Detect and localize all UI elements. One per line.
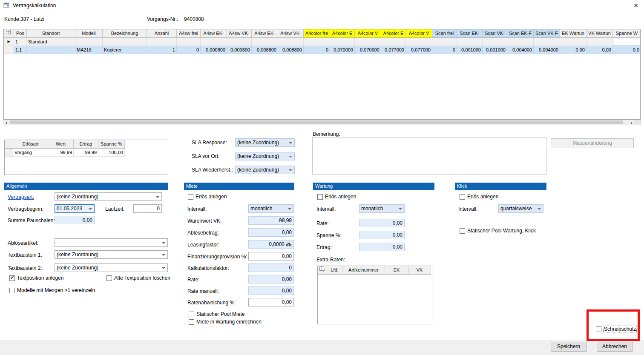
- grid-row[interactable]: ▶1Standard: [4, 38, 640, 46]
- column-header[interactable]: Scan EK-F: [507, 29, 534, 38]
- statischer-pool-wartung-klick-checkbox[interactable]: Statischer Pool Wartung, Klick: [460, 228, 536, 234]
- abloesebetrag-field[interactable]: 0,00: [248, 228, 294, 237]
- column-header[interactable]: A4color V: [355, 29, 381, 38]
- statischer-pool-miete-checkbox[interactable]: Statischer Pool Miete: [189, 311, 244, 317]
- laufzeit-field[interactable]: 0: [133, 204, 162, 213]
- leasingfaktor-field[interactable]: 0,0000: [248, 240, 294, 249]
- miete-in-wartung-checkbox[interactable]: Miete in Wartung einrechnen: [189, 319, 262, 325]
- klick-erloes-anlegen-checkbox[interactable]: Erlös anlegen: [460, 194, 498, 200]
- summe-pauschalen-field[interactable]: 0,00: [55, 216, 95, 224]
- column-header[interactable]: A4sw frei: [177, 29, 201, 38]
- column-header[interactable]: Scan frei: [432, 29, 457, 38]
- column-header[interactable]: Lfd.: [327, 266, 342, 275]
- grid-corner-cell[interactable]: [318, 266, 327, 275]
- checkbox-box: [596, 326, 601, 332]
- column-header[interactable]: A4sw EK-: [201, 29, 227, 38]
- column-header[interactable]: Scan EK-: [457, 29, 483, 38]
- vertragsart-combo[interactable]: (keine Zuordnung): [55, 192, 162, 201]
- miete-rate-field[interactable]: 0,00: [248, 275, 294, 283]
- speichern-button[interactable]: Speichern: [551, 342, 586, 352]
- column-header[interactable]: Scan VK-: [483, 29, 507, 38]
- grid-corner-cell[interactable]: [5, 140, 13, 149]
- grid-cell: 0,000800: [201, 46, 227, 54]
- scroll-left-icon[interactable]: [6, 121, 7, 125]
- column-header[interactable]: A4color fre: [304, 29, 330, 38]
- finanzierungsprovision-field[interactable]: 0,00: [248, 252, 294, 261]
- column-header[interactable]: Scan VK-F: [534, 29, 560, 38]
- column-header[interactable]: A4color E: [330, 29, 355, 38]
- chevron-down-icon: [162, 267, 165, 269]
- wartung-intervall-combo[interactable]: monatlich: [359, 204, 405, 213]
- scroll-right-icon[interactable]: [631, 121, 632, 125]
- massenaenderung-button[interactable]: Massenänderung: [551, 138, 634, 148]
- column-header[interactable]: A4color E: [381, 29, 406, 38]
- rate-manuell-label: Rate manuell:: [187, 288, 219, 294]
- checkbox-label: Textposition anlegen: [17, 275, 63, 281]
- grid-cell: [27, 46, 75, 54]
- footer-bar: [0, 340, 644, 355]
- erloes-table[interactable]: ErlösartWertErtragSpanne %Vorgang99,9999…: [5, 140, 168, 157]
- warenwert-vk-field[interactable]: 99,99: [248, 216, 294, 225]
- column-header[interactable]: Modell: [75, 29, 103, 38]
- warenwert-vk-label: Warenwert VK:: [187, 218, 221, 224]
- column-header[interactable]: Erlösart: [13, 140, 48, 149]
- alte-textposition-loeschen-checkbox[interactable]: Alte Textposition löschen: [106, 275, 170, 281]
- sla-response-combo[interactable]: (keine Zuordnung): [235, 138, 295, 147]
- close-icon[interactable]: ✕: [631, 1, 641, 10]
- wartung-spanne-field[interactable]: 0,00: [359, 231, 405, 239]
- textbaustein2-combo[interactable]: (keine Zuordnung): [55, 263, 168, 272]
- binoculars-icon[interactable]: [286, 242, 292, 247]
- column-header[interactable]: Standort: [27, 29, 75, 38]
- bemerkung-textarea[interactable]: [312, 137, 546, 175]
- column-header[interactable]: EK: [385, 266, 408, 275]
- vertragsart-link[interactable]: Vertragsart:: [8, 194, 34, 200]
- positions-grid[interactable]: PosStandortModellBezeichnungAnzahlA4sw f…: [3, 29, 641, 120]
- column-header[interactable]: Spanne W: [613, 29, 641, 38]
- column-header[interactable]: Anzahl: [147, 29, 177, 38]
- klick-intervall-combo[interactable]: quartalsweise: [498, 204, 543, 213]
- abloeseartikel-combo[interactable]: [55, 238, 168, 247]
- sla-vor-ort-combo[interactable]: (keine Zuordnung): [235, 152, 295, 160]
- sla-wiederherst-combo[interactable]: (keine Zuordnung): [235, 166, 295, 174]
- kalkulationsfaktor-field[interactable]: 0: [248, 263, 294, 272]
- grid-row[interactable]: Vorgang99,9999,99100,00: [5, 149, 168, 157]
- textposition-anlegen-checkbox[interactable]: Textposition anlegen: [9, 275, 63, 281]
- column-header[interactable]: A4sw EK-: [252, 29, 278, 38]
- rate-manuell-field[interactable]: 0,00: [248, 286, 294, 295]
- modelle-vereinzeln-checkbox[interactable]: Modelle mit Mengen >1 vereinzeln: [9, 287, 95, 293]
- grid-cell: Standard: [27, 38, 75, 46]
- column-header[interactable]: Artikelnummer: [342, 266, 385, 275]
- column-header[interactable]: VK Wartun: [586, 29, 613, 38]
- grid-cell: 0: [177, 46, 201, 54]
- grid-cell: [147, 38, 177, 46]
- column-header[interactable]: A4sw VK-: [278, 29, 304, 38]
- section-header-wartung: Wartung: [313, 183, 434, 190]
- abbrechen-button[interactable]: Abbrechen: [597, 342, 632, 352]
- textbaustein1-combo[interactable]: (keine Zuordnung): [55, 250, 168, 259]
- wartung-erloes-anlegen-checkbox[interactable]: Erlös anlegen: [317, 194, 356, 200]
- grid-cell: 0,008800: [278, 46, 304, 54]
- column-header[interactable]: EK Wartun: [560, 29, 586, 38]
- grid-cell: 0,001000: [483, 46, 507, 54]
- horizontal-scrollbar[interactable]: [3, 120, 635, 125]
- scrollbar-thumb[interactable]: [10, 120, 623, 124]
- wartung-rate-field[interactable]: 0,00: [359, 219, 405, 227]
- miete-erloes-anlegen-checkbox[interactable]: Erlös anlegen: [188, 194, 227, 200]
- schreibschutz-checkbox[interactable]: Schreibschutz: [596, 326, 636, 332]
- wartung-ertrag-field[interactable]: 0,00: [359, 243, 405, 251]
- column-header[interactable]: VK: [408, 266, 431, 275]
- vertragsbeginn-datepicker[interactable]: 01.05.2023: [55, 204, 95, 213]
- grid-row[interactable]: 1.1MA216Kopierer100,0008000,0008000,0088…: [4, 46, 640, 54]
- grid-corner-cell[interactable]: [4, 29, 14, 38]
- field-value: 0,00: [393, 244, 402, 250]
- ratenabweichung-field[interactable]: 0,00: [248, 298, 294, 306]
- column-header[interactable]: Pos: [14, 29, 27, 38]
- column-header[interactable]: A4sw VK-: [227, 29, 252, 38]
- extra-raten-grid[interactable]: Lfd.ArtikelnummerEKVK: [317, 266, 432, 324]
- column-header[interactable]: Spanne %: [98, 140, 125, 149]
- column-header[interactable]: A4color V: [406, 29, 432, 38]
- column-header[interactable]: Ertrag: [74, 140, 98, 149]
- column-header[interactable]: Wert: [48, 140, 74, 149]
- column-header[interactable]: Bezeichnung: [103, 29, 147, 38]
- miete-intervall-combo[interactable]: monatlich: [248, 204, 294, 213]
